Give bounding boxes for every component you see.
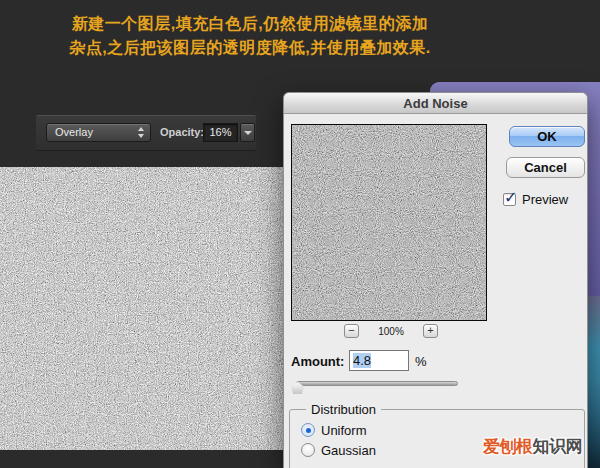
preview-option: ✓ Preview [503,192,568,207]
zoom-level: 100% [366,326,416,337]
distribution-legend: Distribution [306,402,381,417]
radio-option-gaussian[interactable]: Gaussian [301,443,376,458]
amount-label: Amount: [291,354,344,369]
opacity-input[interactable]: 16% [203,123,238,142]
radio-option-uniform[interactable]: Uniform [301,423,367,438]
dialog-title: Add Noise [403,96,467,111]
uniform-label: Uniform [321,423,367,438]
amount-slider-track[interactable] [296,381,458,386]
radio-selected-icon [301,423,315,437]
amount-value-selected-text: 4.8 [353,353,371,368]
add-noise-dialog: Add Noise − 100% [283,92,588,468]
site-watermark: 爱刨根知识网 [483,435,582,458]
zoom-out-button[interactable]: − [344,324,359,338]
opacity-label: Opacity: [160,123,204,142]
updown-arrows-icon [138,127,145,138]
gaussian-label: Gaussian [321,443,376,458]
document-canvas-noise [0,167,285,450]
amount-percent-sign: % [415,354,427,369]
checkmark-icon: ✓ [504,188,517,207]
plus-icon: + [427,324,433,336]
layers-panel-bar: Overlay Opacity: 16% [36,115,256,151]
minus-icon: − [348,324,354,336]
watermark-rest: 知识网 [533,437,583,456]
tutorial-line-2: 杂点,之后把该图层的透明度降低,并使用叠加效果. [0,36,500,60]
opacity-dropdown-button[interactable] [240,123,255,142]
photoshop-screenshot: 新建一个图层,填充白色后,仍然使用滤镜里的添加 杂点,之后把该图层的透明度降低,… [0,0,600,468]
noise-preview-image[interactable] [291,124,487,321]
chevron-down-icon [244,131,252,135]
preview-label: Preview [522,192,568,207]
zoom-in-button[interactable]: + [423,324,438,338]
cancel-button[interactable]: Cancel [506,157,585,178]
tutorial-text: 新建一个图层,填充白色后,仍然使用滤镜里的添加 杂点,之后把该图层的透明度降低,… [0,12,500,60]
blend-mode-select[interactable]: Overlay [46,123,151,142]
amount-input[interactable]: 4.8 [349,350,409,371]
dialog-titlebar[interactable]: Add Noise [284,93,587,114]
tutorial-line-1: 新建一个图层,填充白色后,仍然使用滤镜里的添加 [0,12,500,36]
background-photo-strip [588,296,600,468]
watermark-highlight: 爱刨根 [483,437,533,456]
preview-checkbox[interactable]: ✓ [503,193,516,206]
radio-unselected-icon [301,443,315,457]
ok-button[interactable]: OK [509,126,585,147]
blend-mode-value: Overlay [55,126,93,138]
